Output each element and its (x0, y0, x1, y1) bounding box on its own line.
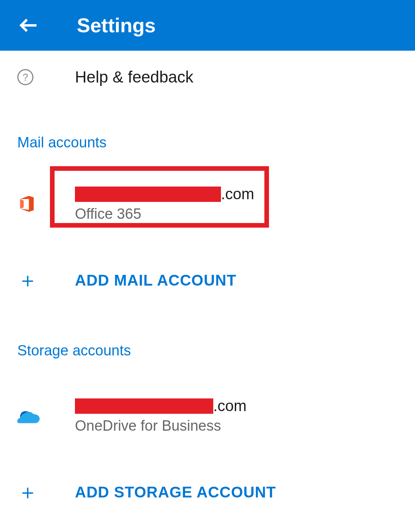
mail-accounts-section-header: Mail accounts (0, 119, 415, 159)
storage-account-type: OneDrive for Business (75, 418, 247, 434)
add-storage-account-button[interactable]: ＋ ADD STORAGE ACCOUNT (0, 461, 415, 524)
onedrive-icon (17, 408, 40, 423)
redaction-bar (75, 398, 213, 414)
storage-account-item[interactable]: .com OneDrive for Business (0, 386, 415, 446)
storage-accounts-section-header: Storage accounts (0, 327, 415, 367)
page-title: Settings (77, 14, 156, 37)
help-icon: ? (17, 69, 33, 85)
back-button[interactable] (17, 14, 40, 37)
add-storage-account-label: ADD STORAGE ACCOUNT (75, 484, 276, 501)
mail-account-email: .com (75, 185, 254, 203)
add-mail-account-button[interactable]: ＋ ADD MAIL ACCOUNT (0, 249, 415, 312)
office365-icon (17, 193, 37, 214)
mail-account-item[interactable]: .com Office 365 (0, 174, 415, 234)
redaction-bar (75, 187, 221, 202)
help-label: Help & feedback (75, 68, 193, 86)
plus-icon: ＋ (17, 266, 38, 294)
app-header: Settings (0, 0, 415, 51)
help-feedback-row[interactable]: ? Help & feedback (0, 51, 415, 104)
plus-icon: ＋ (17, 478, 38, 506)
storage-account-email: .com (75, 397, 247, 415)
mail-account-type: Office 365 (75, 206, 254, 222)
add-mail-account-label: ADD MAIL ACCOUNT (75, 272, 236, 289)
